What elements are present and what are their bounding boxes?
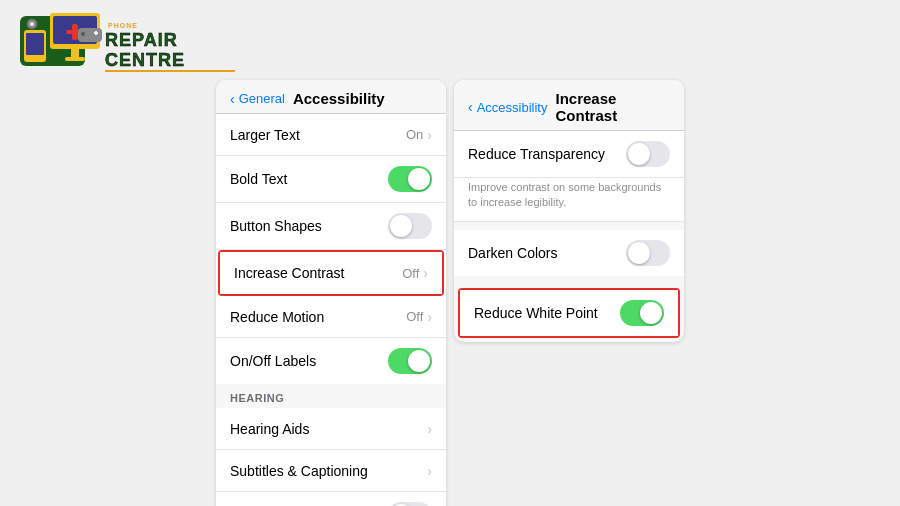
increase-contrast-value: Off [402, 266, 419, 281]
onoff-labels-row[interactable]: On/Off Labels [216, 338, 446, 384]
led-flash-row[interactable]: LED Flash for Alerts [216, 492, 446, 506]
increase-contrast-panel: ‹ Accessibility Increase Contrast Reduce… [454, 80, 684, 342]
reduce-motion-row[interactable]: Reduce Motion Off › [216, 296, 446, 338]
reduce-transparency-toggle[interactable] [626, 141, 670, 167]
hearing-aids-row[interactable]: Hearing Aids › [216, 408, 446, 450]
svg-text:PHONE: PHONE [108, 22, 138, 29]
button-shapes-toggle-knob [390, 215, 412, 237]
bold-text-row[interactable]: Bold Text [216, 156, 446, 203]
larger-text-chevron-icon: › [427, 127, 432, 143]
subtitles-captioning-label: Subtitles & Captioning [230, 463, 368, 479]
svg-point-10 [30, 22, 34, 26]
bold-text-toggle-knob [408, 168, 430, 190]
svg-rect-3 [71, 49, 79, 57]
darken-colors-label: Darken Colors [468, 245, 557, 261]
svg-rect-18 [105, 70, 235, 72]
reduce-white-point-highlight: Reduce White Point [458, 288, 680, 338]
led-flash-toggle[interactable] [388, 502, 432, 506]
back-chevron-icon: ‹ [230, 91, 235, 107]
svg-point-12 [81, 32, 85, 36]
subtitles-captioning-row[interactable]: Subtitles & Captioning › [216, 450, 446, 492]
accessibility-panel: ‹ General Accessibility Larger Text On ›… [216, 80, 446, 506]
button-shapes-toggle[interactable] [388, 213, 432, 239]
subtitles-captioning-chevron-icon: › [427, 463, 432, 479]
reduce-transparency-subtitle: Improve contrast on some backgrounds to … [454, 178, 684, 222]
reduce-transparency-toggle-knob [628, 143, 650, 165]
hearing-aids-label: Hearing Aids [230, 421, 309, 437]
svg-rect-4 [65, 57, 85, 61]
svg-text:REPAIR: REPAIR [105, 30, 178, 50]
hearing-section-header: HEARING [216, 384, 446, 408]
reduce-white-point-label: Reduce White Point [474, 305, 598, 321]
reduce-motion-chevron-icon: › [427, 309, 432, 325]
reduce-transparency-label: Reduce Transparency [468, 146, 605, 162]
onoff-labels-toggle-knob [408, 350, 430, 372]
onoff-labels-label: On/Off Labels [230, 353, 316, 369]
darken-colors-toggle-knob [628, 242, 650, 264]
right-back-chevron-icon: ‹ [468, 99, 473, 115]
onoff-labels-toggle[interactable] [388, 348, 432, 374]
contrast-settings-group: Reduce Transparency Improve contrast on … [454, 131, 684, 276]
reduce-transparency-row[interactable]: Reduce Transparency [454, 131, 684, 178]
right-back-label[interactable]: Accessibility [477, 100, 548, 115]
hearing-settings-group: Hearing Aids › Subtitles & Captioning › … [216, 408, 446, 506]
logo-svg: PHONE REPAIR CENTRE [20, 8, 240, 73]
reduce-white-point-toggle[interactable] [620, 300, 664, 326]
darken-colors-toggle[interactable] [626, 240, 670, 266]
bold-text-label: Bold Text [230, 171, 287, 187]
bold-text-toggle[interactable] [388, 166, 432, 192]
reduce-motion-value: Off [406, 309, 423, 324]
spacer-1 [454, 222, 684, 230]
reduce-white-point-toggle-knob [640, 302, 662, 324]
larger-text-right: On › [406, 127, 432, 143]
increase-contrast-highlight: Increase Contrast Off › [218, 250, 444, 296]
larger-text-row[interactable]: Larger Text On › [216, 114, 446, 156]
reduce-motion-label: Reduce Motion [230, 309, 324, 325]
right-panel-title: Increase Contrast [555, 90, 670, 124]
hearing-aids-chevron-icon: › [427, 421, 432, 437]
header: PHONE REPAIR CENTRE [0, 0, 900, 80]
left-panel-title: Accessibility [293, 90, 385, 107]
content-area: ‹ General Accessibility Larger Text On ›… [0, 80, 900, 506]
main-settings-group: Larger Text On › Bold Text Button Shapes [216, 114, 446, 384]
button-shapes-label: Button Shapes [230, 218, 322, 234]
increase-contrast-label: Increase Contrast [234, 265, 345, 281]
button-shapes-row[interactable]: Button Shapes [216, 203, 446, 250]
left-panel-header: ‹ General Accessibility [216, 80, 446, 114]
right-panel-header: ‹ Accessibility Increase Contrast [454, 80, 684, 131]
larger-text-value: On [406, 127, 423, 142]
logo: PHONE REPAIR CENTRE [20, 8, 240, 73]
svg-text:CENTRE: CENTRE [105, 50, 185, 70]
increase-contrast-row[interactable]: Increase Contrast Off › [220, 252, 442, 294]
svg-rect-8 [26, 33, 44, 55]
back-label[interactable]: General [239, 91, 285, 106]
svg-rect-14 [95, 31, 97, 35]
spacer-2 [454, 276, 684, 284]
reduce-motion-right: Off › [406, 309, 432, 325]
increase-contrast-right: Off › [402, 265, 428, 281]
larger-text-label: Larger Text [230, 127, 300, 143]
reduce-white-point-row[interactable]: Reduce White Point [460, 290, 678, 336]
darken-colors-row[interactable]: Darken Colors [454, 230, 684, 276]
increase-contrast-chevron-icon: › [423, 265, 428, 281]
